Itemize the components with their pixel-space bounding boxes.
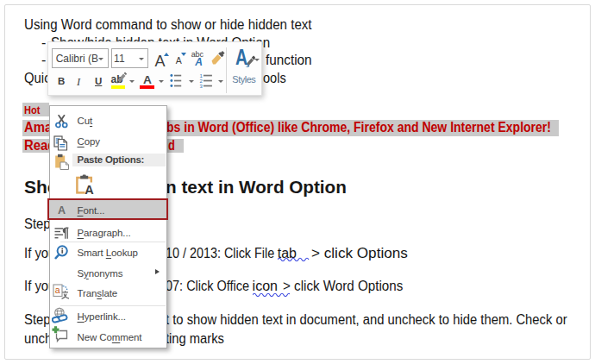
highlight-color-bar [111,85,126,89]
toolbar-separator [226,47,227,94]
button-glyph: A [143,73,152,86]
translate-icon: a [53,284,70,300]
menu-label-paragraph: Paragraph... [78,228,131,238]
label-part: Smart [78,248,106,258]
button-glyph: B [58,76,65,86]
shrink-font-caret-icon [181,53,186,56]
font-icon: A [58,204,66,217]
svg-text:a: a [54,285,60,295]
copy-icon [53,135,68,151]
grow-font-caret-icon [164,53,169,56]
accelerator-key: H [78,311,85,322]
text-segment: 07: Click Office [166,278,253,294]
numbering-icon[interactable]: 1 2 3 [199,73,214,88]
context-menu: Cut Copy Past [49,105,167,348]
spell-squiggle-tab [278,257,310,261]
styles-label: Styles [232,74,255,85]
shrink-font-button[interactable]: A [176,55,182,66]
paragraph-icon [54,227,69,240]
mini-toolbar: Calibri (B 11 A A abc A A Styles [47,41,262,96]
menu-label-smart-lookup: Smart Lookup [78,248,138,258]
bullets-icon[interactable] [170,74,182,87]
doc-line-office-tab-ad: Amazing! Use Efficient Ta bs in Word (Of… [24,119,40,135]
button-glyph: A [176,55,182,66]
keep-text-only-icon: A [75,174,95,195]
label-part: ont... [83,205,104,216]
menu-label-translate: Translate [78,288,118,298]
font-name-dropdown-icon[interactable] [98,58,103,60]
menu-label-new-comment: New Comment [78,332,142,342]
synonyms-submenu-arrow-icon [155,269,160,274]
font-name-value: Calibri (B [56,53,100,65]
svg-text:3: 3 [199,84,203,88]
new-comment-icon [52,326,69,343]
label-part: yperlink... [85,311,126,322]
doc-line-step2-a: Step 2: check Hidden tex t to show hidde… [24,311,40,328]
menu-label-copy: Copy [78,136,100,147]
button-glyph: A [195,56,203,68]
menu-label-cut: Cut [78,116,93,126]
text-segment: function [266,52,312,68]
text-segment: ting marks [166,330,224,347]
highlight-dropdown-icon[interactable] [129,80,135,83]
hyperlink-icon [52,307,68,323]
text-segment: - [41,52,46,68]
button-glyph: U [95,76,102,86]
label-part: S [78,268,85,279]
text-segment: Using Word command to show or hide hidde… [24,16,312,33]
doc-line-hot: Hot [24,102,36,118]
font-color-bar [140,85,154,89]
label-part: ookup [111,248,138,258]
text-segment: ools [263,70,286,86]
font-size-combo[interactable]: 11 [111,48,149,68]
doc-heading-show-hide: Show/hide hidde n text in Word Option [24,176,44,198]
accelerator-key: P [78,228,85,238]
bullets-dropdown-icon[interactable] [189,80,194,83]
doc-line-step2-b: uncheck All forma ting marks [24,330,40,347]
format-painter-icon[interactable] [210,50,227,66]
doc-line-read-more: Read More Free Downloa d [24,137,40,154]
italic-button[interactable]: I [77,76,80,89]
label-part: New Co [78,332,112,342]
font-name-combo[interactable]: Calibri (B [52,48,109,68]
text-segment: d [168,137,175,154]
paste-icon [54,154,70,170]
styles-pen-icon [246,54,256,67]
text-segment: t to show hidden text in document, and u… [166,311,567,328]
doc-line-word2007: If you are using Word 20 07: Click Offic… [24,278,40,294]
text-segment: > click Word Options [283,278,403,294]
numbering-dropdown-icon[interactable] [218,80,223,83]
bold-button[interactable]: B [58,76,65,86]
smart-lookup-icon [53,245,69,261]
label-part: Tran [78,288,97,298]
text-segment: > click Options [311,245,408,261]
button-glyph: I [77,76,80,88]
spell-squiggle-icon [253,292,290,297]
label-part: ment [120,332,141,342]
doc-line-step1: Step 1: Open Word Options [24,216,40,232]
accelerator-key: m [112,332,120,342]
font-color-dropdown-icon[interactable] [159,80,164,83]
grow-font-button[interactable]: A [155,53,166,71]
menu-separator-2 [60,305,166,306]
menu-label-hyperlink: Hyperlink... [78,311,126,322]
underline-button[interactable]: U [95,76,102,86]
font-size-dropdown-icon[interactable] [139,58,144,60]
text-segment: bs in Word (Office) like Chrome, Firefox… [166,119,551,135]
text-segment: - [41,35,46,51]
menu-label-synonyms: Synonyms [78,268,123,279]
text-segment: 10 / 2013: Click File [166,245,278,261]
label-part: late [102,288,117,298]
label-part: Cu [78,116,91,126]
label-part: opy [85,136,100,147]
doc-line-word2013: If you are using Word 20 10 / 2013: Clic… [24,245,40,261]
accelerator-key: C [78,136,85,147]
svg-text:A: A [85,183,94,196]
menu-label-paste-options: Paste Options: [78,154,145,165]
menu-label-font: Font... [78,205,105,216]
accelerator-key: t [90,116,92,126]
doc-line-using-word-command: Using Word command to show or hide hidde… [24,16,40,33]
doc-line-quickly-kutools: Quickly show / hide hidden text with Kut… [24,70,40,86]
phonetic-guide-a[interactable]: A [195,56,203,68]
styles-dropdown-icon[interactable] [254,59,260,61]
